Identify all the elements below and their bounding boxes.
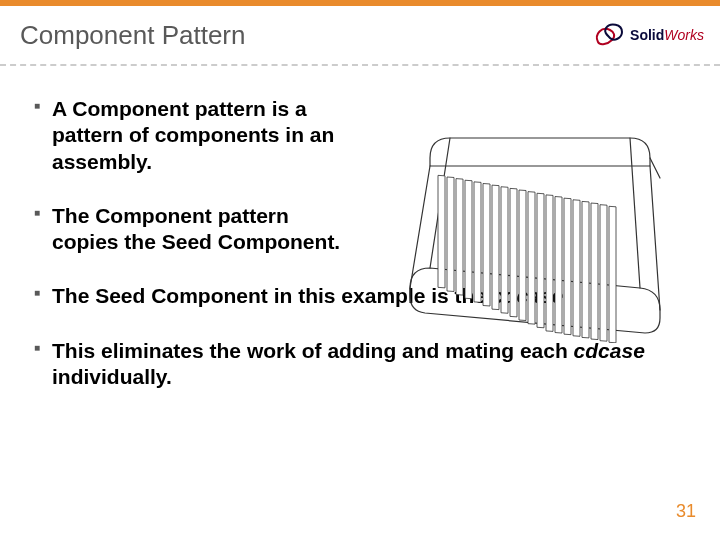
svg-rect-17 bbox=[546, 195, 553, 331]
svg-rect-20 bbox=[573, 200, 580, 336]
svg-rect-6 bbox=[447, 177, 454, 291]
svg-rect-19 bbox=[564, 198, 571, 334]
svg-rect-7 bbox=[456, 179, 463, 295]
brand-logo: SolidWorks bbox=[592, 20, 704, 50]
svg-rect-23 bbox=[600, 205, 607, 341]
title-divider bbox=[0, 64, 720, 66]
svg-line-1 bbox=[650, 166, 660, 310]
slide: Component Pattern SolidWorks A Component… bbox=[0, 0, 720, 540]
svg-rect-24 bbox=[609, 206, 616, 342]
svg-rect-22 bbox=[591, 203, 598, 339]
svg-rect-8 bbox=[465, 180, 472, 298]
title-row: Component Pattern SolidWorks bbox=[20, 20, 704, 51]
ds-logo-icon bbox=[592, 20, 626, 50]
svg-rect-9 bbox=[474, 182, 481, 302]
bullet-1: A Component pattern is a pattern of comp… bbox=[34, 96, 354, 175]
page-title: Component Pattern bbox=[20, 20, 245, 51]
svg-rect-11 bbox=[492, 185, 499, 309]
svg-rect-13 bbox=[510, 188, 517, 316]
brand-logo-text: SolidWorks bbox=[630, 27, 704, 43]
page-number: 31 bbox=[676, 501, 696, 522]
svg-rect-10 bbox=[483, 184, 490, 306]
brand-works: Works bbox=[664, 27, 704, 43]
svg-rect-18 bbox=[555, 197, 562, 333]
svg-rect-16 bbox=[537, 193, 544, 327]
bullet-4-text-c: individually. bbox=[52, 365, 172, 388]
illustration-cdcase-rack bbox=[390, 118, 690, 343]
accent-bar bbox=[0, 0, 720, 6]
svg-rect-21 bbox=[582, 201, 589, 337]
brand-solid: Solid bbox=[630, 27, 664, 43]
bullet-4: This eliminates the work of adding and m… bbox=[34, 338, 674, 391]
svg-rect-14 bbox=[519, 190, 526, 320]
svg-line-3 bbox=[630, 138, 640, 288]
svg-line-4 bbox=[650, 158, 660, 178]
svg-rect-15 bbox=[528, 192, 535, 324]
svg-rect-12 bbox=[501, 187, 508, 313]
svg-rect-5 bbox=[438, 175, 445, 287]
bullet-2: The Component pattern copies the Seed Co… bbox=[34, 203, 354, 256]
